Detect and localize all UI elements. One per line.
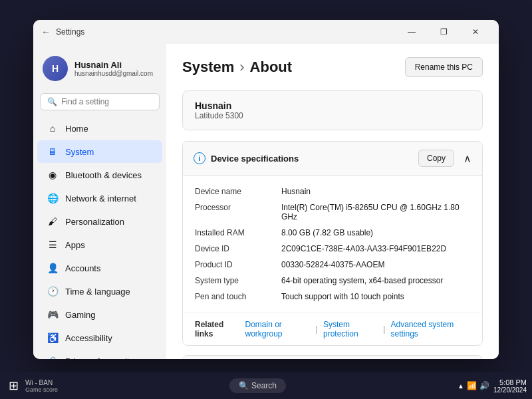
- system-tray-icon-1[interactable]: ▲: [458, 382, 464, 390]
- taskbar-search-label: Search: [251, 381, 277, 390]
- related-link-advanced-settings[interactable]: Advanced system settings: [390, 320, 470, 338]
- taskbar-right: ▲ 📶 🔊 5:08 PM 12/20/2024: [458, 378, 527, 394]
- close-button[interactable]: ✕: [460, 22, 491, 42]
- sidebar-item-gaming-label: Gaming: [65, 310, 96, 320]
- search-taskbar-icon: 🔍: [239, 381, 249, 390]
- related-links-label: Related links: [195, 320, 237, 338]
- breadcrumb-separator: ›: [239, 59, 244, 76]
- spec-label-product-id: Product ID: [195, 260, 281, 269]
- accounts-icon: 👤: [47, 262, 59, 274]
- spec-label-system-type: System type: [195, 276, 281, 285]
- windows-specs-section: Windows specifications Copy ∧ Edition Wi…: [182, 355, 483, 359]
- minimize-button[interactable]: —: [396, 22, 427, 42]
- sidebar-item-accounts[interactable]: 👤 Accounts: [37, 257, 162, 279]
- spec-label-device-name: Device name: [195, 187, 281, 196]
- back-button[interactable]: ←: [41, 22, 51, 42]
- settings-body: H Husnain Ali husnainhusdd@gmail.com 🔍 ⌂…: [33, 44, 499, 359]
- start-button[interactable]: ⊞: [5, 378, 21, 394]
- sidebar-item-apps[interactable]: ☰ Apps: [37, 233, 162, 256]
- title-bar: ← Settings — ❐ ✕: [33, 20, 499, 44]
- home-icon: ⌂: [47, 122, 59, 134]
- sidebar: H Husnain Ali husnainhusdd@gmail.com 🔍 ⌂…: [33, 44, 166, 359]
- spec-value-product-id: 00330-52824-40375-AAOEM: [281, 260, 470, 269]
- sidebar-item-personalization[interactable]: 🖌 Personalization: [37, 210, 162, 233]
- spec-row-ram: Installed RAM 8.00 GB (7.82 GB usable): [195, 225, 470, 241]
- main-panel: System › About Rename this PC Husnain La…: [166, 44, 499, 359]
- device-specs-title: i Device specifications: [194, 152, 299, 164]
- sidebar-item-gaming[interactable]: 🎮 Gaming: [37, 303, 162, 326]
- device-specs-copy-button[interactable]: Copy: [418, 150, 454, 167]
- nav-list: ⌂ Home 🖥 System ◉ Bluetooth & devices 🌐 …: [33, 117, 166, 359]
- spec-row-device-id: Device ID 2C09C1CE-738E-4A03-AA33-F94F90…: [195, 241, 470, 257]
- taskbar-game-score: Game score: [25, 386, 58, 393]
- windows-specs-header: Windows specifications Copy ∧: [183, 356, 482, 359]
- related-link-domain[interactable]: Domain or workgroup: [245, 320, 310, 338]
- related-sep-1: |: [316, 325, 318, 334]
- spec-value-ram: 8.00 GB (7.82 GB usable): [281, 228, 470, 237]
- sidebar-item-accessibility[interactable]: ♿ Accessibility: [37, 327, 162, 349]
- taskbar-left: ⊞ Wi - BAN Game score: [5, 378, 58, 394]
- privacy-icon: 🔒: [47, 355, 59, 359]
- sidebar-item-time[interactable]: 🕐 Time & language: [37, 280, 162, 303]
- settings-window: ← Settings — ❐ ✕ H Husnain Ali husnainhu…: [33, 20, 499, 359]
- search-icon: 🔍: [47, 97, 57, 106]
- sidebar-item-accounts-label: Accounts: [65, 263, 100, 273]
- spec-label-pen-touch: Pen and touch: [195, 292, 281, 301]
- device-specs-section: i Device specifications Copy ∧ Device na…: [182, 141, 483, 346]
- device-specs-table: Device name Husnain Processor Intel(R) C…: [183, 176, 482, 313]
- taskbar-time: 5:08 PM: [499, 378, 527, 386]
- search-input[interactable]: [61, 97, 152, 106]
- sidebar-item-network-label: Network & internet: [65, 194, 136, 203]
- device-specs-header: i Device specifications Copy ∧: [183, 142, 482, 176]
- spec-value-processor: Intel(R) Core(TM) i5-8265U CPU @ 1.60GHz…: [281, 203, 470, 221]
- system-icon: 🖥: [47, 146, 59, 158]
- taskbar-clock[interactable]: 5:08 PM 12/20/2024: [493, 378, 527, 394]
- related-link-system-protection[interactable]: System protection: [323, 320, 378, 338]
- user-email: husnainhusdd@gmail.com: [74, 70, 157, 77]
- taskbar: ⊞ Wi - BAN Game score 🔍 Search ▲ 📶 🔊 5:0…: [0, 372, 532, 399]
- device-specs-collapse-button[interactable]: ∧: [464, 152, 471, 165]
- breadcrumb: System › About: [182, 59, 292, 76]
- window-title: Settings: [56, 27, 84, 37]
- sidebar-item-network[interactable]: 🌐 Network & internet: [37, 187, 162, 209]
- breadcrumb-child: About: [250, 59, 293, 76]
- sidebar-item-bluetooth-label: Bluetooth & devices: [65, 170, 142, 180]
- sidebar-item-home[interactable]: ⌂ Home: [37, 117, 162, 140]
- breadcrumb-parent: System: [182, 59, 234, 76]
- system-tray-wifi-icon[interactable]: 📶: [467, 381, 477, 390]
- sidebar-item-apps-label: Apps: [65, 240, 85, 250]
- network-icon: 🌐: [47, 192, 59, 204]
- sidebar-item-accessibility-label: Accessibility: [65, 333, 112, 343]
- maximize-button[interactable]: ❐: [428, 22, 459, 42]
- gaming-icon: 🎮: [47, 309, 59, 321]
- sidebar-item-time-label: Time & language: [65, 287, 130, 297]
- pc-name-card: Husnain Latitude 5300: [182, 90, 483, 130]
- system-tray-volume-icon[interactable]: 🔊: [479, 381, 489, 390]
- spec-value-system-type: 64-bit operating system, x64-based proce…: [281, 276, 470, 285]
- spec-row-system-type: System type 64-bit operating system, x64…: [195, 273, 470, 289]
- apps-icon: ☰: [47, 239, 59, 251]
- user-profile[interactable]: H Husnain Ali husnainhusdd@gmail.com: [33, 49, 166, 90]
- spec-label-processor: Processor: [195, 203, 281, 212]
- user-name: Husnain Ali: [74, 60, 157, 70]
- sidebar-item-bluetooth[interactable]: ◉ Bluetooth & devices: [37, 164, 162, 186]
- spec-row-product-id: Product ID 00330-52824-40375-AAOEM: [195, 257, 470, 273]
- spec-value-device-id: 2C09C1CE-738E-4A03-AA33-F94F901EB22D: [281, 244, 470, 253]
- spec-row-processor: Processor Intel(R) Core(TM) i5-8265U CPU…: [195, 200, 470, 225]
- sidebar-item-privacy[interactable]: 🔒 Privacy & security: [37, 350, 162, 359]
- personalization-icon: 🖌: [47, 215, 59, 227]
- rename-pc-button[interactable]: Rename this PC: [405, 57, 483, 77]
- taskbar-search[interactable]: 🔍 Search: [229, 378, 286, 393]
- pc-name-info: Husnain Latitude 5300: [195, 100, 243, 120]
- spec-label-device-id: Device ID: [195, 244, 281, 253]
- accessibility-icon: ♿: [47, 332, 59, 344]
- sidebar-item-system[interactable]: 🖥 System: [37, 140, 162, 163]
- sidebar-item-system-label: System: [65, 147, 94, 157]
- taskbar-wifi-label: Wi - BAN: [25, 379, 53, 386]
- sidebar-item-personalization-label: Personalization: [65, 217, 124, 227]
- sidebar-item-privacy-label: Privacy & security: [65, 356, 134, 360]
- search-settings[interactable]: 🔍: [40, 93, 160, 110]
- related-sep-2: |: [383, 325, 385, 334]
- spec-row-device-name: Device name Husnain: [195, 184, 470, 200]
- title-bar-left: ← Settings: [41, 22, 84, 42]
